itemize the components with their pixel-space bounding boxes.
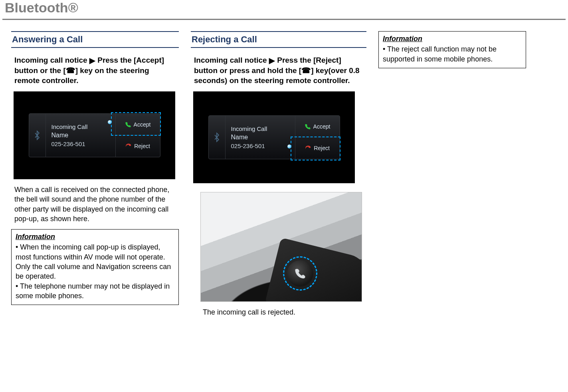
reject-icon	[305, 145, 311, 151]
popup-title: Incoming Call	[51, 123, 115, 130]
column-answering: Answering a Call Incoming call notice ▶ …	[11, 31, 179, 305]
reject-button[interactable]: Reject	[295, 137, 340, 159]
arrow-icon: ▶	[269, 55, 275, 66]
content-columns: Answering a Call Incoming call notice ▶ …	[0, 31, 568, 331]
accept-button[interactable]: Accept	[295, 116, 340, 138]
caller-number: 025-236-501	[231, 143, 295, 149]
heading-rejecting: Rejecting a Call	[191, 31, 366, 48]
wheel-spoke	[265, 238, 362, 302]
screenshot-incoming-reject: Incoming Call Name 025-236-501 Accept	[193, 91, 355, 183]
info-bullet-2: • The telephone number may not be displa…	[16, 281, 174, 301]
page-title: Bluetooth®	[2, 0, 566, 20]
accept-icon	[305, 123, 311, 130]
arrow-icon: ▶	[89, 55, 95, 66]
cursor-icon	[287, 145, 291, 148]
reject-icon	[125, 143, 132, 149]
accept-label: Accept	[134, 121, 151, 128]
screenshot-steering-wheel	[200, 192, 362, 302]
reject-button[interactable]: Reject	[116, 135, 160, 157]
steering-phone-button[interactable]	[287, 260, 313, 287]
answering-instruction: Incoming call notice ▶ Press the [Accept…	[14, 55, 176, 86]
accept-button[interactable]: Accept	[116, 114, 160, 136]
accept-icon	[125, 121, 131, 128]
call-buttons: Accept Reject	[115, 114, 160, 157]
column-info: Information • The reject call function m…	[378, 31, 526, 68]
reject-label: Reject	[314, 145, 330, 151]
screenshot-incoming-accept: Incoming Call Name 025-236-501 Accept	[14, 91, 175, 179]
call-info: Incoming Call Name 025-236-501	[46, 114, 115, 157]
column-rejecting: Rejecting a Call Incoming call notice ▶ …	[191, 31, 366, 323]
info-box-reject: Information • The reject call function m…	[378, 31, 526, 68]
rejecting-description: The incoming call is rejected.	[203, 307, 364, 317]
instr-pre: Incoming call notice	[194, 56, 267, 64]
info-box-answering: Information • When the incoming call pop…	[11, 229, 179, 305]
headunit-popup: Incoming Call Name 025-236-501 Accept	[29, 113, 160, 157]
info-bullet-1: • When the incoming call pop-up is displ…	[16, 242, 174, 281]
call-buttons: Accept Reject	[295, 116, 340, 159]
caller-name: Name	[51, 132, 115, 139]
headunit-popup: Incoming Call Name 025-236-501 Accept	[208, 115, 340, 159]
info-title: Information	[16, 232, 174, 242]
rejecting-instruction: Incoming call notice ▶ Press the [Reject…	[194, 55, 364, 86]
bluetooth-icon	[29, 114, 46, 157]
reject-label: Reject	[134, 143, 150, 149]
answering-description: When a call is received on the connected…	[14, 185, 176, 224]
bluetooth-icon	[209, 116, 226, 159]
info-bullet-1: • The reject call function may not be su…	[383, 44, 522, 64]
call-info: Incoming Call Name 025-236-501	[226, 116, 295, 159]
heading-answering: Answering a Call	[11, 31, 179, 48]
accept-label: Accept	[313, 123, 331, 130]
cursor-icon	[108, 120, 112, 124]
popup-title: Incoming Call	[231, 125, 295, 132]
instr-pre: Incoming call notice	[14, 56, 87, 64]
phone-icon: ☎	[301, 65, 311, 76]
info-title: Information	[383, 34, 522, 44]
caller-name: Name	[231, 134, 295, 141]
phone-icon: ☎	[66, 65, 75, 76]
caller-number: 025-236-501	[51, 141, 115, 147]
